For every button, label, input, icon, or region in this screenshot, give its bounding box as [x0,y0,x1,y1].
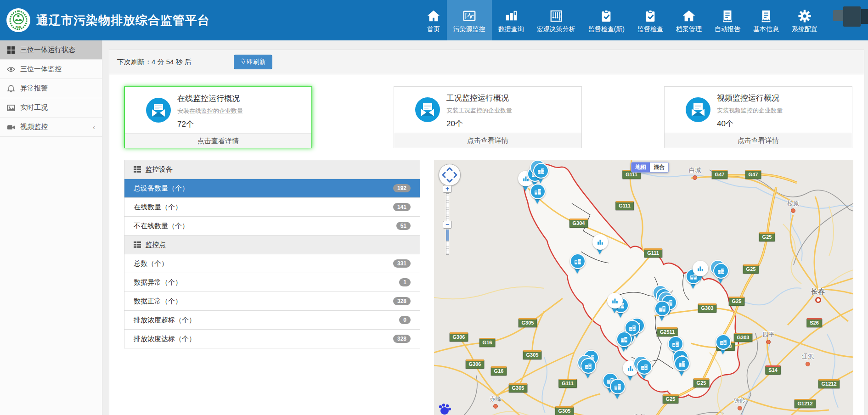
stat-label: 数据异常（个） [134,278,182,287]
page-title: 通辽市污染物排放综合监管平台 [36,12,210,28]
nav-item-basic-info[interactable]: 基本信息 [747,0,785,40]
road-badge: G25 [663,394,679,404]
list-icon [134,241,141,248]
stat-label: 排放浓度达标（个） [134,335,196,343]
factory-icon [668,336,683,352]
stat-row-online-devices[interactable]: 在线数量（个）141 [124,198,420,217]
road-badge: G1212 [818,379,840,388]
map-marker-enterprise[interactable] [715,334,732,356]
road-badge: G303 [698,303,717,313]
map-marker-enterprise[interactable] [713,263,729,285]
stat-count-badge: 1 [399,278,411,286]
epa-logo-icon: ZHB [6,8,30,32]
nav-item-macro-analysis[interactable]: 宏观决策分析 [530,0,582,40]
stat-row-offline-devices[interactable]: 不在线数量（个）51 [124,217,420,236]
stat-row-normal-data[interactable]: 数据正常（个）328 [124,292,420,311]
clipboard-check-icon [599,7,613,23]
stat-row-over-standard[interactable]: 排放浓度超标（个）0 [124,311,420,330]
map-type-toggle: 地图混合 [631,162,669,173]
map-marker-enterprise[interactable] [569,253,586,275]
map-marker-enterprise[interactable] [533,163,549,185]
map-zoom-in-button[interactable]: + [443,185,452,193]
nav-item-label: 系统配置 [792,25,817,34]
bar-chart-icon [607,293,623,308]
stat-count-badge: 328 [393,335,411,343]
sidebar-item-label: 三位一体监控 [20,65,62,73]
home-icon [427,7,440,23]
road-badge: S26 [806,318,822,327]
card-details-link[interactable]: 点击查看详情 [125,133,311,148]
nav-item-label: 监督检查(新) [588,25,625,34]
clipboard-check-icon [643,7,657,23]
map-type-button-map[interactable]: 地图 [631,163,650,172]
card-details-link[interactable]: 点击查看详情 [665,133,852,148]
map-marker-enterprise[interactable] [609,379,626,401]
chevron-left-icon: ‹ [93,123,95,131]
card-subtitle: 安装视频监控的企业数量 [717,107,783,115]
nav-item-data-query[interactable]: 数据查询 [492,0,530,40]
data-query-icon [504,7,518,23]
card-details-link[interactable]: 点击查看详情 [394,133,581,148]
stat-row-abnormal-data[interactable]: 数据异常（个）1 [124,273,420,292]
card-subtitle: 安装在线监控的企业数量 [177,107,243,115]
stat-row-within-standard[interactable]: 排放浓度达标（个）328 [124,330,420,348]
map[interactable]: {"" } G111G111G304G47G47G25G25G111G25G30… [434,160,853,415]
stat-count-badge: 51 [396,222,411,230]
road-badge: G25 [759,232,775,241]
card-title: 工况监控运行概况 [446,93,512,103]
city-label: 铁岭 [734,397,746,410]
stat-row-total-devices[interactable]: 总设备数量（个）192 [124,179,420,198]
sidebar-item-tri-monitor[interactable]: 三位一体监控 [0,60,102,79]
nav-item-auto-report[interactable]: 自动报告 [708,0,747,40]
bar-chart-icon [592,234,608,250]
map-marker-stats[interactable] [692,261,709,283]
map-marker-enterprise[interactable] [636,359,653,381]
map-marker-stats[interactable] [607,293,623,315]
card-value: 40个 [717,118,783,129]
map-marker-enterprise[interactable] [580,358,597,380]
map-zoom-out-button[interactable]: − [443,221,452,229]
overview-card-video[interactable]: 视频监控运行概况安装视频监控的企业数量40个点击查看详情 [664,86,852,148]
map-marker-enterprise[interactable] [674,356,690,378]
card-body: 视频监控运行概况安装视频监控的企业数量40个 [665,87,852,133]
overview-card-online[interactable]: 在线监控运行概况安装在线监控的企业数量72个点击查看详情 [124,86,312,148]
nav-item-home[interactable]: 首页 [420,0,447,40]
card-text: 在线监控运行概况安装在线监控的企业数量72个 [177,93,243,129]
factory-icon [637,359,652,375]
map-marker-enterprise[interactable] [616,331,632,353]
pollution-monitor-icon [462,7,476,23]
refresh-now-button[interactable]: 立即刷新 [234,55,272,69]
mail-circle-icon [686,97,710,122]
stat-row-total-points[interactable]: 总数（个）331 [124,254,420,273]
nav-item-archives[interactable]: 档案管理 [670,0,708,40]
nav-item-inspection[interactable]: 监督检查 [631,0,670,40]
card-title: 视频监控运行概况 [717,93,783,103]
nav-item-system-config[interactable]: 系统配置 [785,0,824,40]
road-badge: G2511 [657,327,678,336]
road-badge: G306 [466,359,485,369]
city-name: 长春 [811,287,825,296]
sidebar-item-tri-status[interactable]: 三位一体运行状态 [0,40,102,60]
nav-item-pollution-monitor[interactable]: 污染源监控 [447,0,492,40]
sidebar: 三位一体运行状态三位一体监控异常报警实时工况视频监控‹ [0,40,102,415]
nav-item-inspection-new[interactable]: 监督检查(新) [582,0,631,40]
city-label: 赤峰 [490,395,502,409]
map-marker-stats[interactable] [592,234,609,256]
map-pan-control[interactable] [439,164,461,186]
factory-icon [674,356,690,371]
road-badge: G306 [450,332,468,342]
sidebar-item-realtime-condition[interactable]: 实时工况 [0,98,102,118]
stats-section-header: 监控点 [124,236,420,254]
map-marker-enterprise[interactable] [654,301,671,323]
city-dot-icon [493,404,498,409]
city-label: 松原 [787,199,799,213]
card-body: 在线监控运行概况安装在线监控的企业数量72个 [125,87,311,133]
stat-count-badge: 141 [393,203,411,211]
brand: ZHB 通辽市污染物排放综合监管平台 [0,8,210,32]
sidebar-item-video-monitor[interactable]: 视频监控‹ [0,118,102,137]
overview-card-condition[interactable]: 工况监控运行概况安装工况监控的企业数量20个点击查看详情 [394,86,582,148]
card-title: 在线监控运行概况 [177,93,243,104]
map-marker-enterprise[interactable] [530,184,546,206]
map-type-button-hybrid[interactable]: 混合 [650,163,668,172]
sidebar-item-alarm[interactable]: 异常报警 [0,79,102,98]
